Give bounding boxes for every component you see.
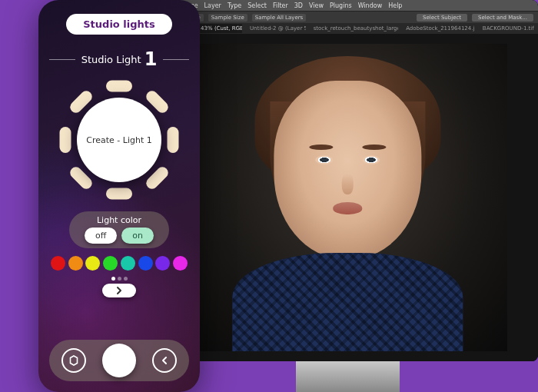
ring-segment-top[interactable] — [106, 81, 132, 92]
app-menubar: Edit Image Layer Type Select Filter 3D V… — [158, 0, 538, 11]
phone-mockup: Studio lights Studio Light 1 Create - Li… — [38, 0, 200, 392]
color-swatches — [49, 256, 189, 271]
doc-tab-3[interactable]: stock_retouch_beautyshot_large.psd — [309, 24, 398, 33]
next-button[interactable] — [102, 284, 136, 297]
doc-tab-4[interactable]: AdobeStock_211964124.jpeg — [401, 24, 475, 33]
swatch-red[interactable] — [51, 256, 65, 271]
light-off-button[interactable]: off — [85, 228, 117, 244]
swatch-purple[interactable] — [155, 256, 170, 271]
select-subject-button[interactable]: Select Subject — [417, 14, 467, 22]
section-label: Studio Light — [81, 54, 141, 65]
opt-sample-layers[interactable]: Sample All Layers — [252, 14, 307, 22]
settings-icon — [61, 348, 86, 373]
document-tabs: Untitled-1 @ 43% (Cust, RGB/8)* Untitled… — [158, 23, 538, 34]
select-and-mask-button[interactable]: Select and Mask... — [472, 14, 533, 22]
pager-dot-2[interactable] — [118, 277, 121, 281]
pager — [102, 277, 136, 297]
menu-layer[interactable]: Layer — [204, 2, 221, 9]
pager-dot-1[interactable] — [111, 277, 115, 281]
menu-help[interactable]: Help — [388, 2, 402, 9]
capture-button[interactable] — [102, 344, 136, 377]
create-light-button[interactable]: Create - Light 1 — [77, 98, 161, 182]
svg-marker-0 — [71, 356, 78, 365]
app-title-pill: Studio lights — [66, 14, 171, 35]
light-color-panel: Light color off on — [69, 211, 169, 248]
swatch-blue[interactable] — [138, 256, 153, 271]
doc-tab-2[interactable]: Untitled-2 @ (Layer 5... — [245, 24, 306, 33]
menu-type[interactable]: Type — [227, 2, 241, 9]
menu-select[interactable]: Select — [247, 2, 267, 9]
light-color-label: Light color — [74, 215, 164, 225]
pager-dot-3[interactable] — [124, 277, 128, 281]
menu-3d[interactable]: 3D — [294, 2, 303, 9]
swatch-orange[interactable] — [68, 256, 83, 271]
opt-sample-size[interactable]: Sample Size — [208, 14, 247, 22]
ring-segment-left[interactable] — [60, 127, 71, 153]
monitor-stand — [296, 361, 400, 392]
back-button[interactable] — [150, 346, 179, 375]
portrait-image — [188, 44, 508, 351]
menu-filter[interactable]: Filter — [273, 2, 288, 9]
swatch-magenta[interactable] — [173, 256, 188, 271]
section-title: Studio Light 1 — [49, 48, 189, 70]
ring-segment-bottom[interactable] — [106, 188, 132, 200]
menu-window[interactable]: Window — [358, 2, 383, 9]
settings-button[interactable] — [59, 346, 88, 375]
swatch-green[interactable] — [103, 256, 118, 271]
light-ring: Create - Light 1 — [57, 78, 181, 202]
ring-segment-right[interactable] — [168, 127, 179, 153]
swatch-yellow[interactable] — [85, 256, 100, 271]
desktop-monitor: Edit Image Layer Type Select Filter 3D V… — [158, 0, 538, 361]
section-number: 1 — [144, 48, 158, 70]
options-bar: Point Sample Sample Size Sample All Laye… — [158, 11, 538, 23]
light-on-button[interactable]: on — [121, 228, 154, 244]
swatch-teal[interactable] — [121, 256, 135, 271]
chevron-left-icon — [152, 348, 177, 373]
doc-tab-5[interactable]: BACKGROUND-1.tif @ — [478, 24, 535, 33]
chevron-right-icon — [115, 286, 124, 295]
canvas-area[interactable] — [158, 34, 538, 361]
bottom-bar — [49, 340, 189, 381]
menu-plugins[interactable]: Plugins — [330, 2, 352, 9]
menu-view[interactable]: View — [309, 2, 324, 9]
